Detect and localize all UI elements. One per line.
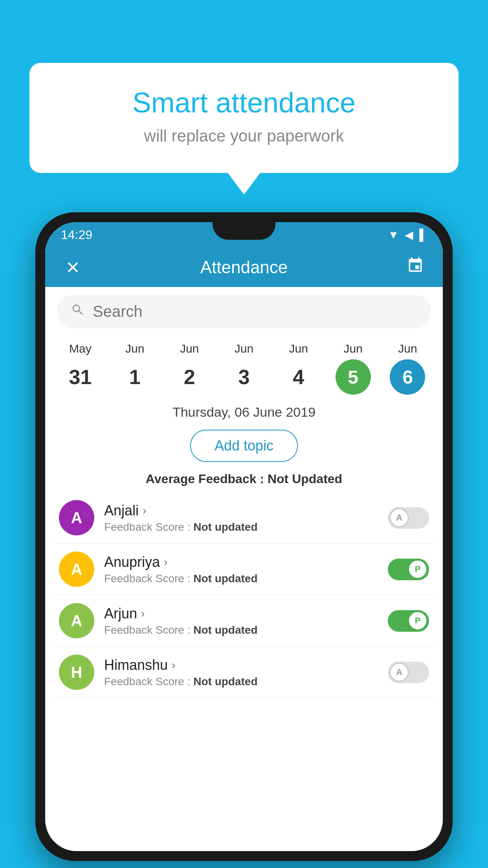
app-bar: ✕ Attendance	[45, 248, 443, 287]
calendar-day[interactable]: Jun5	[330, 342, 377, 395]
student-name: Anjali ›	[104, 502, 378, 519]
avg-feedback: Average Feedback : Not Updated	[45, 468, 443, 492]
student-row[interactable]: AAnupriya ›Feedback Score : Not updatedP	[53, 544, 435, 595]
calendar-icon	[407, 257, 424, 278]
calendar-button[interactable]	[404, 256, 427, 279]
attendance-toggle[interactable]: A	[388, 507, 429, 529]
day-month: Jun	[235, 342, 253, 355]
phone-frame: 14:29 ▼ ◀ ▌ ✕ Attendance	[35, 212, 453, 861]
toggle-thumb: P	[408, 611, 427, 630]
day-number[interactable]: 3	[226, 359, 262, 395]
student-name: Anupriya ›	[104, 554, 378, 570]
student-name: Himanshu ›	[104, 657, 378, 673]
status-time: 14:29	[61, 228, 92, 242]
student-avatar: A	[59, 603, 94, 638]
student-feedback: Feedback Score : Not updated	[104, 675, 378, 688]
chevron-right-icon: ›	[164, 556, 167, 568]
student-info: Arjun ›Feedback Score : Not updated	[104, 605, 378, 636]
attendance-toggle-container[interactable]: A	[388, 662, 429, 683]
calendar-day[interactable]: May31	[57, 342, 104, 395]
close-button[interactable]: ✕	[61, 256, 84, 279]
student-info: Himanshu ›Feedback Score : Not updated	[104, 657, 378, 688]
day-number[interactable]: 6	[390, 359, 425, 395]
student-row[interactable]: HHimanshu ›Feedback Score : Not updatedA	[53, 647, 435, 698]
day-month: Jun	[289, 342, 308, 355]
calendar-day[interactable]: Jun6	[384, 342, 431, 395]
phone-inner: 14:29 ▼ ◀ ▌ ✕ Attendance	[45, 222, 443, 851]
student-name: Arjun ›	[104, 605, 378, 622]
selected-date-label: Thursday, 06 June 2019	[45, 397, 443, 424]
student-list: AAnjali ›Feedback Score : Not updatedAAA…	[45, 492, 443, 698]
chevron-right-icon: ›	[143, 504, 146, 517]
day-month: Jun	[125, 342, 144, 355]
attendance-toggle[interactable]: A	[388, 662, 429, 683]
close-icon: ✕	[66, 257, 80, 278]
day-number[interactable]: 2	[172, 359, 207, 395]
calendar-row: May31Jun1Jun2Jun3Jun4Jun5Jun6	[45, 336, 443, 397]
wifi-icon: ▼	[388, 229, 399, 241]
attendance-toggle-container[interactable]: P	[388, 610, 429, 632]
search-icon	[71, 303, 85, 320]
status-icons: ▼ ◀ ▌	[388, 228, 427, 241]
calendar-day[interactable]: Jun1	[111, 342, 158, 395]
calendar-day[interactable]: Jun4	[275, 342, 322, 395]
student-avatar: A	[59, 552, 94, 587]
student-row[interactable]: AArjun ›Feedback Score : Not updatedP	[53, 595, 435, 647]
calendar-day[interactable]: Jun2	[166, 342, 213, 395]
app-bar-title: Attendance	[200, 257, 288, 277]
attendance-toggle-container[interactable]: P	[388, 559, 429, 580]
status-bar: 14:29 ▼ ◀ ▌	[45, 222, 443, 248]
student-avatar: H	[59, 655, 94, 690]
search-input[interactable]	[93, 303, 417, 320]
add-topic-button[interactable]: Add topic	[190, 430, 298, 462]
search-bar[interactable]	[57, 295, 431, 328]
toggle-thumb: A	[390, 663, 409, 682]
day-month: Jun	[180, 342, 199, 355]
notch	[213, 222, 275, 240]
speech-bubble: Smart attendance will replace your paper…	[29, 63, 459, 173]
attendance-toggle[interactable]: P	[388, 559, 429, 580]
chevron-right-icon: ›	[172, 659, 175, 671]
student-avatar: A	[59, 500, 94, 535]
speech-bubble-container: Smart attendance will replace your paper…	[29, 63, 459, 173]
student-feedback: Feedback Score : Not updated	[104, 521, 378, 533]
day-month: May	[69, 342, 92, 355]
student-info: Anupriya ›Feedback Score : Not updated	[104, 554, 378, 585]
bubble-title: Smart attendance	[61, 86, 427, 119]
attendance-toggle[interactable]: P	[388, 610, 429, 632]
signal-icon: ◀	[405, 228, 413, 241]
day-month: Jun	[398, 342, 417, 355]
avg-feedback-label: Average Feedback :	[146, 472, 268, 486]
day-month: Jun	[343, 342, 362, 355]
student-info: Anjali ›Feedback Score : Not updated	[104, 502, 378, 533]
day-number[interactable]: 31	[62, 359, 98, 395]
student-feedback: Feedback Score : Not updated	[104, 572, 378, 585]
toggle-thumb: P	[408, 560, 427, 579]
attendance-toggle-container[interactable]: A	[388, 507, 429, 529]
student-row[interactable]: AAnjali ›Feedback Score : Not updatedA	[53, 492, 435, 544]
avg-feedback-value: Not Updated	[268, 472, 342, 486]
bubble-subtitle: will replace your paperwork	[61, 127, 427, 145]
chevron-right-icon: ›	[141, 607, 145, 620]
day-number[interactable]: 4	[281, 359, 316, 395]
toggle-thumb: A	[390, 508, 409, 527]
student-feedback: Feedback Score : Not updated	[104, 624, 378, 636]
calendar-day[interactable]: Jun3	[220, 342, 268, 395]
day-number[interactable]: 5	[336, 359, 371, 395]
battery-icon: ▌	[419, 229, 427, 241]
day-number[interactable]: 1	[117, 359, 152, 395]
